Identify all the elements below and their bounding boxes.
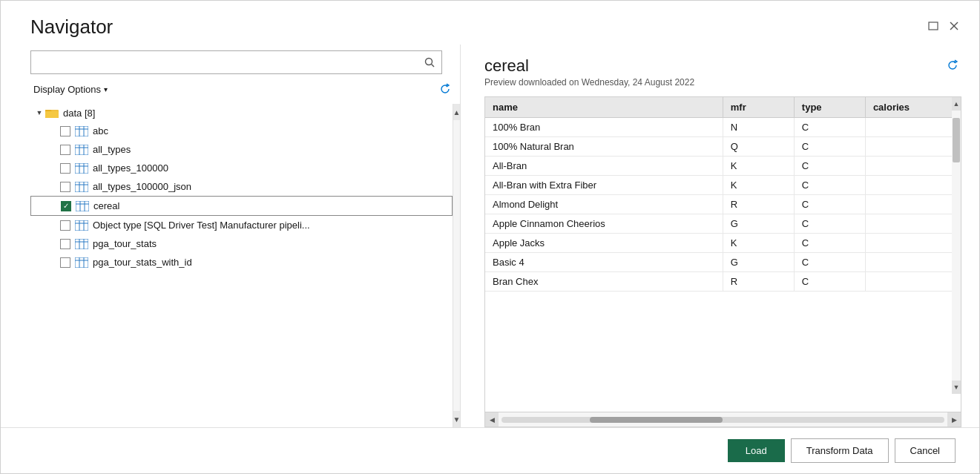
main-content: Display Options ▾ ▼ — [1, 45, 979, 427]
vscroll-thumb[interactable] — [953, 118, 960, 162]
table-cell: C — [794, 214, 865, 234]
checkbox-all_types[interactable] — [60, 145, 70, 155]
scroll-down-arrow[interactable]: ▼ — [453, 411, 460, 427]
svg-rect-32 — [75, 239, 88, 249]
footer: Load Transform Data Cancel — [1, 427, 979, 473]
table-cell: Apple Jacks — [485, 234, 723, 253]
tree-item-pga_tour_stats_with_id[interactable]: pga_tour_stats_with_id — [30, 253, 453, 271]
table-cell: 100% Natural Bran — [485, 137, 723, 157]
table-cell: C — [794, 253, 865, 272]
table-cell: R — [723, 272, 794, 292]
hscroll-thumb[interactable] — [590, 417, 723, 423]
checkbox-cereal[interactable]: ✓ — [61, 201, 71, 211]
checkbox-object_type[interactable] — [60, 220, 70, 231]
table-cell: C — [794, 157, 865, 176]
table-cell: K — [723, 176, 794, 195]
tree-item-all_types_100000_json[interactable]: all_types_100000_json — [30, 177, 453, 196]
item-label-all_types: all_types — [93, 144, 131, 155]
table-container: name mfr type calories 100% BranNC100% N… — [484, 96, 961, 427]
refresh-icon[interactable] — [436, 80, 454, 98]
tree-item-object_type[interactable]: Object type [SQL Driver Test] Manufactur… — [30, 216, 453, 234]
tree-item-all_types[interactable]: all_types — [30, 140, 453, 159]
table-cell — [865, 176, 960, 195]
tree-scrollbar: ▲ ▼ — [453, 104, 460, 427]
svg-rect-8 — [75, 126, 88, 136]
col-header-calories: calories — [865, 97, 960, 118]
table-icon-all_types_100000 — [75, 163, 88, 174]
dropdown-arrow-icon: ▾ — [104, 85, 108, 93]
tree-item-all_types_100000[interactable]: all_types_100000 — [30, 159, 453, 177]
preview-refresh-icon[interactable] — [944, 56, 961, 74]
table-cell: R — [723, 195, 794, 214]
table-row: All-BranKC — [485, 157, 961, 176]
col-header-type: type — [794, 97, 865, 118]
svg-rect-20 — [75, 182, 88, 192]
table-cell — [865, 214, 960, 234]
checkbox-pga_tour_stats[interactable] — [60, 239, 70, 249]
search-input[interactable] — [31, 54, 418, 71]
cancel-button[interactable]: Cancel — [895, 438, 956, 463]
item-label-pga_tour_stats: pga_tour_stats — [93, 238, 157, 249]
item-label-cereal: cereal — [93, 200, 119, 211]
preview-header: cereal Preview downloaded on Wednesday, … — [484, 56, 961, 88]
item-label-abc: abc — [93, 125, 108, 136]
table-cell — [865, 272, 960, 292]
svg-rect-24 — [76, 201, 89, 211]
search-icon[interactable] — [418, 50, 441, 74]
vscroll-down-arrow[interactable]: ▼ — [952, 381, 961, 394]
display-options-button[interactable]: Display Options ▾ — [30, 82, 111, 96]
tree-item-pga_tour_stats[interactable]: pga_tour_stats — [30, 234, 453, 253]
col-header-name: name — [485, 97, 723, 118]
checkbox-abc[interactable] — [60, 126, 70, 136]
folder-expand-arrow: ▼ — [33, 107, 45, 119]
table-cell: C — [794, 195, 865, 214]
checkbox-all_types_100000[interactable] — [60, 163, 70, 174]
table-horizontal-scrollbar: ◀ ▶ — [485, 412, 961, 427]
svg-rect-28 — [75, 220, 88, 231]
table-cell: All-Bran — [485, 157, 723, 176]
table-icon-all_types_100000_json — [75, 182, 88, 192]
table-row: Apple JacksKC — [485, 234, 961, 253]
search-row — [30, 50, 442, 74]
table-cell: C — [794, 272, 865, 292]
item-label-all_types_100000_json: all_types_100000_json — [93, 181, 191, 192]
table-row: 100% Natural BranQC — [485, 137, 961, 157]
load-button[interactable]: Load — [728, 439, 785, 462]
vscroll-up-arrow[interactable]: ▲ — [952, 97, 961, 111]
right-panel: cereal Preview downloaded on Wednesday, … — [461, 45, 979, 427]
table-row: All-Bran with Extra FiberKC — [485, 176, 961, 195]
table-cell: C — [794, 118, 865, 137]
table-icon-cereal — [76, 201, 89, 211]
maximize-button[interactable] — [926, 19, 941, 33]
preview-title: cereal — [484, 56, 694, 76]
table-cell: G — [723, 253, 794, 272]
table-row: Bran ChexRC — [485, 272, 961, 292]
tree-item-cereal[interactable]: ✓ cereal — [30, 196, 453, 216]
table-icon-all_types — [75, 145, 88, 155]
data-table: name mfr type calories 100% BranNC100% N… — [485, 97, 961, 292]
checkbox-pga_tour_stats_with_id[interactable] — [60, 257, 70, 268]
svg-point-3 — [426, 59, 433, 65]
item-label-pga_tour_stats_with_id: pga_tour_stats_with_id — [93, 257, 192, 268]
table-scroll-wrapper: name mfr type calories 100% BranNC100% N… — [485, 97, 961, 412]
table-icon-abc — [75, 126, 88, 136]
hscroll-right-arrow[interactable]: ▶ — [947, 412, 961, 427]
tree-folder-data[interactable]: ▼ data [8] — [30, 104, 453, 122]
transform-data-button[interactable]: Transform Data — [791, 438, 889, 463]
table-cell: C — [794, 176, 865, 195]
table-icon-pga_tour_stats_with_id — [75, 257, 88, 268]
table-row: Basic 4GC — [485, 253, 961, 272]
table-cell — [865, 234, 960, 253]
options-row: Display Options ▾ — [30, 80, 460, 98]
tree-item-abc[interactable]: abc — [30, 122, 453, 140]
table-cell: N — [723, 118, 794, 137]
svg-rect-12 — [75, 145, 88, 155]
scroll-up-arrow[interactable]: ▲ — [453, 104, 460, 120]
svg-rect-7 — [45, 111, 59, 118]
close-button[interactable] — [947, 19, 961, 33]
item-label-all_types_100000: all_types_100000 — [93, 162, 168, 174]
hscroll-left-arrow[interactable]: ◀ — [485, 412, 499, 427]
title-bar: Navigator — [1, 1, 979, 45]
preview-title-group: cereal Preview downloaded on Wednesday, … — [484, 56, 694, 88]
checkbox-all_types_100000_json[interactable] — [60, 182, 70, 192]
